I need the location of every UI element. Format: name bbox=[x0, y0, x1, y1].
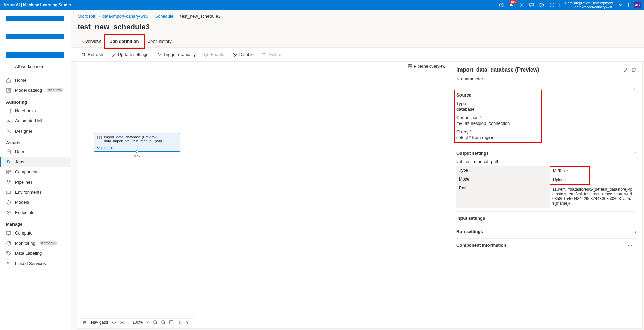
chevron-up-icon[interactable]: ⌃ bbox=[633, 89, 636, 93]
section-run-settings[interactable]: Run settings › bbox=[456, 225, 636, 238]
sidebar-monitoring[interactable]: MonitoringPREVIEW bbox=[0, 238, 71, 248]
disable-button[interactable]: Disable bbox=[229, 50, 257, 59]
toolbar: Refresh Update settings Trigger manually… bbox=[71, 48, 644, 62]
svg-rect-11 bbox=[7, 172, 8, 174]
chevron-right-icon: › bbox=[635, 229, 636, 234]
section-source-header[interactable]: Source bbox=[456, 92, 540, 98]
environments-icon bbox=[6, 190, 11, 195]
trash-icon bbox=[262, 52, 267, 57]
sidebar-data-labeling[interactable]: Data Labeling bbox=[0, 248, 71, 258]
output-path-value: azureml://datastores/${{default_datastor… bbox=[552, 187, 634, 206]
canvas-area: Pipeline overview import_data_database (… bbox=[77, 62, 450, 328]
sidebar-pipelines[interactable]: Pipelines bbox=[0, 177, 71, 187]
output-path-label: Path bbox=[459, 186, 547, 205]
popout-icon[interactable] bbox=[632, 67, 636, 73]
workspace-org: DataIntegration Development bbox=[565, 1, 613, 5]
sidebar-section-assets: Assets bbox=[0, 136, 71, 147]
sidebar-section-authoring: Authoring bbox=[0, 95, 71, 106]
smiley-icon[interactable] bbox=[549, 2, 555, 8]
svg-rect-28 bbox=[84, 321, 86, 323]
sidebar-compute[interactable]: Compute bbox=[0, 228, 71, 238]
monitoring-icon bbox=[6, 241, 11, 246]
more-icon[interactable]: ⋯ bbox=[628, 243, 632, 248]
tab-job-definition[interactable]: Job definition bbox=[105, 35, 143, 47]
sidebar-components[interactable]: Components bbox=[0, 167, 71, 177]
svg-point-29 bbox=[113, 321, 116, 324]
sidebar-jobs[interactable]: Jobs bbox=[0, 157, 71, 167]
svg-point-31 bbox=[122, 322, 123, 323]
section-input-settings[interactable]: Input settings › bbox=[456, 211, 636, 225]
sidebar: ←All workspaces Home Model catalogPREVIE… bbox=[0, 10, 71, 330]
zoom-out-icon[interactable] bbox=[161, 320, 166, 325]
overview-icon bbox=[408, 64, 412, 69]
navigator-icon[interactable] bbox=[83, 320, 88, 325]
chevron-right-icon: › bbox=[635, 216, 636, 221]
sidebar-data[interactable]: Data bbox=[0, 147, 71, 157]
tab-overview[interactable]: Overview bbox=[78, 35, 105, 47]
sidebar-environments[interactable]: Environments bbox=[0, 187, 71, 197]
notifications-icon[interactable]: 100 bbox=[509, 2, 514, 8]
breadcrumb-microsoft[interactable]: Microsoft bbox=[78, 13, 95, 19]
details-panel: import_data_database (Preview) No parame… bbox=[450, 62, 642, 328]
section-output-header[interactable]: Output settings ⌃ bbox=[456, 150, 636, 156]
fit-icon[interactable] bbox=[169, 320, 174, 325]
screenshot-icon[interactable] bbox=[120, 320, 124, 325]
product-name: Azure AI | Machine Learning Studio bbox=[3, 3, 71, 7]
catalog-icon bbox=[6, 88, 11, 93]
sidebar-linked-services[interactable]: Linked Services bbox=[0, 258, 71, 269]
breadcrumb-schedule[interactable]: Schedule bbox=[155, 13, 173, 19]
clock-icon[interactable] bbox=[499, 2, 504, 8]
output-keys: Type Mode Path bbox=[456, 166, 550, 208]
svg-rect-34 bbox=[170, 321, 173, 324]
hamburger-menu[interactable] bbox=[0, 13, 71, 62]
chevron-down-icon[interactable] bbox=[618, 2, 623, 8]
sidebar-endpoints[interactable]: Endpoints bbox=[0, 208, 71, 218]
linked-icon bbox=[6, 261, 11, 266]
feedback-icon[interactable] bbox=[529, 2, 534, 8]
zoom-in-icon[interactable] bbox=[153, 320, 158, 325]
pipeline-overview-button[interactable]: Pipeline overview bbox=[408, 64, 445, 69]
navigator-label[interactable]: Navigator bbox=[91, 320, 108, 325]
notebook-icon bbox=[6, 108, 11, 114]
avatar[interactable]: AB bbox=[634, 2, 641, 8]
sidebar-notebooks[interactable]: Notebooks bbox=[0, 106, 71, 116]
svg-point-14 bbox=[8, 183, 9, 184]
chevron-right-icon: › bbox=[635, 243, 636, 248]
svg-rect-18 bbox=[7, 231, 11, 234]
chevron-down-icon[interactable] bbox=[146, 320, 149, 325]
sidebar-all-workspaces[interactable]: ←All workspaces bbox=[0, 62, 71, 72]
expand-icon[interactable] bbox=[623, 67, 628, 73]
version-prefix: V bbox=[97, 146, 100, 150]
top-bar-actions: 100 | DataIntegration Development data-i… bbox=[499, 1, 641, 9]
workspace-selector[interactable]: DataIntegration Development data-import-… bbox=[565, 1, 613, 9]
zoom-level[interactable]: 100% bbox=[132, 320, 143, 325]
pipeline-node[interactable]: import_data_database (Preview) data_impo… bbox=[94, 133, 180, 152]
svg-rect-26 bbox=[98, 136, 102, 139]
section-component-info[interactable]: Component information ⋯› bbox=[456, 238, 636, 252]
query-label: Query * bbox=[456, 129, 540, 134]
tabs: Overview Job definition Jobs history bbox=[71, 35, 644, 48]
sidebar-models[interactable]: Models bbox=[0, 197, 71, 208]
breadcrumb-workspace[interactable]: data-import-canary-ws0 bbox=[102, 13, 148, 19]
svg-rect-30 bbox=[120, 321, 124, 324]
node-subtitle: data_import_val_test_manual_path bbox=[104, 139, 177, 143]
table-icon bbox=[97, 135, 102, 140]
node-output-port[interactable] bbox=[136, 150, 139, 153]
canvas[interactable]: import_data_database (Preview) data_impo… bbox=[77, 72, 450, 328]
layout-icon[interactable] bbox=[185, 320, 190, 325]
models-icon bbox=[6, 200, 11, 205]
gear-icon[interactable] bbox=[519, 2, 524, 8]
trigger-manually-button[interactable]: Trigger manually bbox=[153, 50, 199, 59]
sidebar-model-catalog[interactable]: Model catalogPREVIEW bbox=[0, 85, 71, 95]
refresh-button[interactable]: Refresh bbox=[78, 50, 107, 59]
preview-badge: PREVIEW bbox=[40, 241, 57, 245]
output-mode-label: Mode bbox=[459, 177, 547, 182]
locate-icon[interactable] bbox=[112, 320, 116, 325]
update-settings-button[interactable]: Update settings bbox=[108, 50, 152, 59]
sidebar-automated-ml[interactable]: Automated ML bbox=[0, 116, 71, 126]
help-icon[interactable] bbox=[539, 2, 544, 8]
sidebar-designer[interactable]: Designer bbox=[0, 126, 71, 136]
sidebar-home[interactable]: Home bbox=[0, 75, 71, 85]
actual-size-icon[interactable] bbox=[177, 320, 182, 325]
tab-jobs-history[interactable]: Jobs history bbox=[143, 35, 176, 47]
